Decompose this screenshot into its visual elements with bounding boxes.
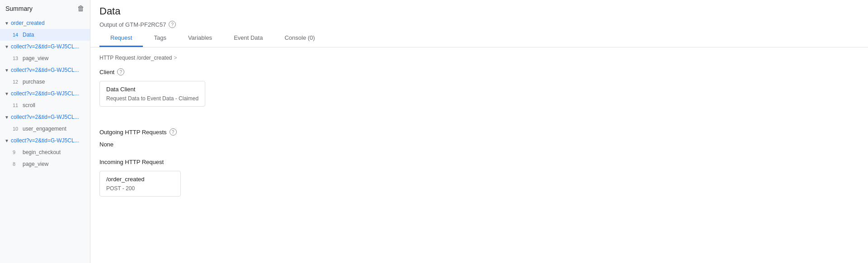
item-label: purchase xyxy=(23,79,45,85)
client-card: Data Client Request Data to Event Data -… xyxy=(99,81,205,107)
chevron-icon: ▼ xyxy=(5,115,9,120)
sidebar-group-trigger-collect-3[interactable]: ▼ collect?v=2&tid=G-WJ5CL... xyxy=(0,88,90,99)
page-title: Data xyxy=(99,5,859,17)
item-label: page_view xyxy=(23,55,48,61)
item-num: 8 xyxy=(13,161,20,167)
group-label: order_created xyxy=(11,20,45,26)
sidebar-item-begin-checkout[interactable]: 9 begin_checkout xyxy=(0,146,90,158)
item-label: Data xyxy=(23,32,34,38)
client-card-title: Data Client xyxy=(106,86,198,93)
main-content: Data Output of GTM-PF2RC57 ? Request Tag… xyxy=(90,0,868,263)
incoming-section-label: Incoming HTTP Request xyxy=(99,159,859,165)
sidebar-item-data[interactable]: 14 Data xyxy=(0,29,90,41)
item-num: 14 xyxy=(13,32,20,38)
main-header: Data Output of GTM-PF2RC57 ? Request Tag… xyxy=(90,0,868,47)
chevron-icon: ▼ xyxy=(5,138,9,143)
item-label: scroll xyxy=(23,102,35,108)
client-section: Client ? Data Client Request Data to Eve… xyxy=(99,68,859,117)
main-body: HTTP Request /order_created > Client ? D… xyxy=(90,47,868,263)
chevron-icon: ▼ xyxy=(5,91,9,96)
client-info-icon[interactable]: ? xyxy=(117,68,124,75)
incoming-method: POST - 200 xyxy=(106,185,174,192)
breadcrumb-separator: > xyxy=(174,55,177,61)
item-label: user_engagement xyxy=(23,126,66,132)
client-label-text: Client xyxy=(99,69,114,75)
incoming-label-text: Incoming HTTP Request xyxy=(99,159,164,165)
summary-label: Summary xyxy=(5,5,33,12)
group-label: collect?v=2&tid=G-WJ5CL... xyxy=(11,137,79,144)
item-label: page_view xyxy=(23,161,48,167)
sidebar-group-trigger-order-created[interactable]: ▼ order_created xyxy=(0,17,90,29)
output-label: Output of GTM-PF2RC57 xyxy=(99,21,166,28)
outgoing-info-icon[interactable]: ? xyxy=(170,128,177,136)
item-num: 9 xyxy=(13,150,20,155)
tab-console[interactable]: Console (0) xyxy=(274,30,326,47)
sidebar-group-trigger-collect-1[interactable]: ▼ collect?v=2&tid=G-WJ5CL... xyxy=(0,41,90,52)
sidebar-item-purchase[interactable]: 12 purchase xyxy=(0,76,90,88)
tab-tags[interactable]: Tags xyxy=(143,30,177,47)
sidebar-item-page-view-2[interactable]: 8 page_view xyxy=(0,158,90,170)
outgoing-label-text: Outgoing HTTP Requests xyxy=(99,129,167,136)
sidebar-header: Summary 🗑 xyxy=(0,0,90,17)
incoming-path: /order_created xyxy=(106,176,174,183)
tab-event-data[interactable]: Event Data xyxy=(223,30,274,47)
breadcrumb-part1: HTTP Request /order_created xyxy=(99,55,172,61)
item-num: 10 xyxy=(13,126,20,132)
group-label: collect?v=2&tid=G-WJ5CL... xyxy=(11,90,79,97)
breadcrumb: HTTP Request /order_created > xyxy=(99,55,859,61)
delete-icon[interactable]: 🗑 xyxy=(77,5,85,13)
group-label: collect?v=2&tid=G-WJ5CL... xyxy=(11,114,79,120)
sidebar-group-trigger-collect-2[interactable]: ▼ collect?v=2&tid=G-WJ5CL... xyxy=(0,64,90,76)
client-card-desc: Request Data to Event Data - Claimed xyxy=(106,95,198,102)
sidebar-item-page-view-1[interactable]: 13 page_view xyxy=(0,52,90,64)
sidebar-group-collect-2: ▼ collect?v=2&tid=G-WJ5CL... 12 purchase xyxy=(0,64,90,88)
item-num: 12 xyxy=(13,79,20,85)
outgoing-section-label: Outgoing HTTP Requests ? xyxy=(99,128,859,136)
sidebar-group-order-created: ▼ order_created 14 Data xyxy=(0,17,90,41)
item-num: 11 xyxy=(13,103,20,108)
chevron-icon: ▼ xyxy=(5,44,9,49)
sidebar-group-trigger-collect-4[interactable]: ▼ collect?v=2&tid=G-WJ5CL... xyxy=(0,111,90,123)
chevron-icon: ▼ xyxy=(5,21,9,26)
tab-request[interactable]: Request xyxy=(99,30,143,47)
sidebar-group-collect-3: ▼ collect?v=2&tid=G-WJ5CL... 11 scroll xyxy=(0,88,90,111)
group-label: collect?v=2&tid=G-WJ5CL... xyxy=(11,43,79,50)
sidebar-group-collect-4: ▼ collect?v=2&tid=G-WJ5CL... 10 user_eng… xyxy=(0,111,90,135)
incoming-card: /order_created POST - 200 xyxy=(99,171,181,197)
outgoing-none: None xyxy=(99,141,859,148)
sidebar-group-collect-1: ▼ collect?v=2&tid=G-WJ5CL... 13 page_vie… xyxy=(0,41,90,64)
chevron-icon: ▼ xyxy=(5,68,9,73)
output-info-icon[interactable]: ? xyxy=(169,21,176,28)
item-num: 13 xyxy=(13,56,20,61)
tab-variables[interactable]: Variables xyxy=(177,30,223,47)
group-label: collect?v=2&tid=G-WJ5CL... xyxy=(11,67,79,73)
sidebar: Summary 🗑 ▼ order_created 14 Data ▼ coll… xyxy=(0,0,90,263)
sidebar-group-trigger-collect-5[interactable]: ▼ collect?v=2&tid=G-WJ5CL... xyxy=(0,135,90,146)
item-label: begin_checkout xyxy=(23,149,61,155)
tab-bar: Request Tags Variables Event Data Consol… xyxy=(99,30,859,47)
client-section-label: Client ? xyxy=(99,68,859,75)
incoming-section: Incoming HTTP Request /order_created POS… xyxy=(99,159,859,197)
sidebar-group-collect-5: ▼ collect?v=2&tid=G-WJ5CL... 9 begin_che… xyxy=(0,135,90,158)
sidebar-item-user-engagement[interactable]: 10 user_engagement xyxy=(0,123,90,135)
sidebar-item-scroll[interactable]: 11 scroll xyxy=(0,99,90,111)
outgoing-section: Outgoing HTTP Requests ? None xyxy=(99,128,859,148)
